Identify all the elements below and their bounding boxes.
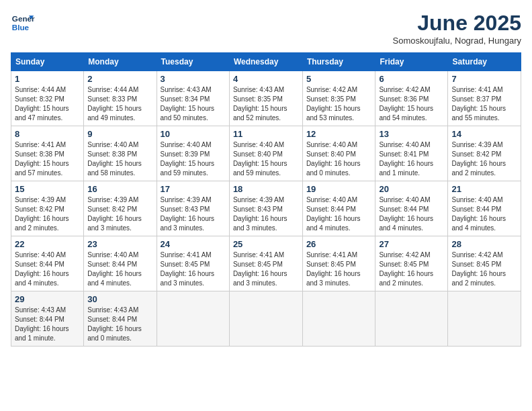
calendar-cell [375,291,448,347]
day-of-week-header: Wednesday [229,53,302,71]
calendar-cell: 22 Sunrise: 4:40 AMSunset: 8:44 PMDaylig… [11,236,84,291]
day-info: Sunrise: 4:42 AMSunset: 8:35 PMDaylight:… [306,86,361,122]
day-info: Sunrise: 4:40 AMSunset: 8:44 PMDaylight:… [451,196,506,232]
day-number: 5 [306,74,372,84]
day-info: Sunrise: 4:43 AMSunset: 8:35 PMDaylight:… [233,86,287,122]
calendar-cell: 3 Sunrise: 4:43 AMSunset: 8:34 PMDayligh… [157,71,229,126]
calendar-header-row: SundayMondayTuesdayWednesdayThursdayFrid… [11,53,521,71]
calendar-cell [229,291,302,347]
calendar-cell: 24 Sunrise: 4:41 AMSunset: 8:45 PMDaylig… [157,236,229,291]
calendar-cell: 26 Sunrise: 4:41 AMSunset: 8:45 PMDaylig… [302,236,375,291]
day-info: Sunrise: 4:43 AMSunset: 8:44 PMDaylight:… [87,306,142,342]
calendar-cell [157,291,229,347]
day-of-week-header: Friday [375,53,448,71]
location-subtitle: Somoskoujfalu, Nograd, Hungary [393,36,522,46]
day-number: 14 [451,129,517,139]
day-info: Sunrise: 4:40 AMSunset: 8:38 PMDaylight:… [87,141,142,177]
day-number: 4 [233,74,299,84]
day-info: Sunrise: 4:43 AMSunset: 8:34 PMDaylight:… [161,86,215,122]
day-number: 24 [161,239,226,249]
day-of-week-header: Tuesday [157,53,229,71]
day-number: 10 [161,129,226,139]
day-info: Sunrise: 4:40 AMSunset: 8:44 PMDaylight:… [87,251,142,287]
day-info: Sunrise: 4:40 AMSunset: 8:44 PMDaylight:… [379,196,433,232]
day-info: Sunrise: 4:44 AMSunset: 8:32 PMDaylight:… [15,86,69,122]
svg-text:Blue: Blue [12,23,30,32]
day-of-week-header: Saturday [448,53,521,71]
calendar-week-row: 29 Sunrise: 4:43 AMSunset: 8:44 PMDaylig… [11,291,521,347]
day-number: 22 [15,239,80,249]
day-number: 28 [451,239,517,249]
calendar-cell: 14 Sunrise: 4:39 AMSunset: 8:42 PMDaylig… [448,126,521,181]
calendar-cell: 8 Sunrise: 4:41 AMSunset: 8:38 PMDayligh… [11,126,84,181]
day-info: Sunrise: 4:40 AMSunset: 8:41 PMDaylight:… [379,141,433,177]
calendar-body: 1 Sunrise: 4:44 AMSunset: 8:32 PMDayligh… [11,71,521,347]
day-info: Sunrise: 4:39 AMSunset: 8:42 PMDaylight:… [451,141,506,177]
calendar-cell: 23 Sunrise: 4:40 AMSunset: 8:44 PMDaylig… [84,236,157,291]
day-number: 3 [161,74,226,84]
calendar-cell: 5 Sunrise: 4:42 AMSunset: 8:35 PMDayligh… [302,71,375,126]
day-info: Sunrise: 4:44 AMSunset: 8:33 PMDaylight:… [87,86,142,122]
day-number: 25 [233,239,299,249]
month-title: June 2025 [393,11,522,36]
day-info: Sunrise: 4:42 AMSunset: 8:45 PMDaylight:… [379,251,433,287]
day-number: 18 [233,184,299,194]
calendar-cell: 18 Sunrise: 4:39 AMSunset: 8:43 PMDaylig… [229,181,302,236]
day-number: 23 [87,239,152,249]
day-number: 15 [15,184,80,194]
calendar-cell: 15 Sunrise: 4:39 AMSunset: 8:42 PMDaylig… [11,181,84,236]
day-of-week-header: Monday [84,53,157,71]
title-block: June 2025 Somoskoujfalu, Nograd, Hungary [393,11,522,46]
day-info: Sunrise: 4:41 AMSunset: 8:37 PMDaylight:… [451,86,506,122]
day-number: 17 [161,184,226,194]
calendar-cell: 13 Sunrise: 4:40 AMSunset: 8:41 PMDaylig… [375,126,448,181]
day-info: Sunrise: 4:41 AMSunset: 8:45 PMDaylight:… [161,251,215,287]
day-info: Sunrise: 4:39 AMSunset: 8:43 PMDaylight:… [161,196,215,232]
calendar-cell: 11 Sunrise: 4:40 AMSunset: 8:40 PMDaylig… [229,126,302,181]
calendar-cell: 1 Sunrise: 4:44 AMSunset: 8:32 PMDayligh… [11,71,84,126]
calendar-cell: 28 Sunrise: 4:42 AMSunset: 8:45 PMDaylig… [448,236,521,291]
day-number: 9 [87,129,152,139]
day-number: 20 [379,184,444,194]
day-number: 27 [379,239,444,249]
day-number: 11 [233,129,299,139]
day-info: Sunrise: 4:41 AMSunset: 8:45 PMDaylight:… [233,251,287,287]
logo-icon: General Blue [11,11,35,35]
day-number: 1 [15,74,80,84]
day-info: Sunrise: 4:39 AMSunset: 8:43 PMDaylight:… [233,196,287,232]
day-of-week-header: Sunday [11,53,84,71]
day-number: 2 [87,74,152,84]
calendar-cell: 17 Sunrise: 4:39 AMSunset: 8:43 PMDaylig… [157,181,229,236]
calendar-cell: 7 Sunrise: 4:41 AMSunset: 8:37 PMDayligh… [448,71,521,126]
day-number: 12 [306,129,372,139]
day-number: 29 [15,294,80,304]
calendar-cell: 19 Sunrise: 4:40 AMSunset: 8:44 PMDaylig… [302,181,375,236]
calendar-cell: 21 Sunrise: 4:40 AMSunset: 8:44 PMDaylig… [448,181,521,236]
day-number: 16 [87,184,152,194]
calendar-week-row: 8 Sunrise: 4:41 AMSunset: 8:38 PMDayligh… [11,126,521,181]
calendar-week-row: 22 Sunrise: 4:40 AMSunset: 8:44 PMDaylig… [11,236,521,291]
calendar-cell: 4 Sunrise: 4:43 AMSunset: 8:35 PMDayligh… [229,71,302,126]
calendar-cell: 29 Sunrise: 4:43 AMSunset: 8:44 PMDaylig… [11,291,84,347]
day-number: 8 [15,129,80,139]
calendar-cell: 27 Sunrise: 4:42 AMSunset: 8:45 PMDaylig… [375,236,448,291]
day-number: 13 [379,129,444,139]
day-info: Sunrise: 4:42 AMSunset: 8:45 PMDaylight:… [451,251,506,287]
calendar-table: SundayMondayTuesdayWednesdayThursdayFrid… [11,52,521,347]
day-of-week-header: Thursday [302,53,375,71]
calendar-cell: 25 Sunrise: 4:41 AMSunset: 8:45 PMDaylig… [229,236,302,291]
day-info: Sunrise: 4:40 AMSunset: 8:40 PMDaylight:… [233,141,287,177]
calendar-cell: 9 Sunrise: 4:40 AMSunset: 8:38 PMDayligh… [84,126,157,181]
calendar-week-row: 15 Sunrise: 4:39 AMSunset: 8:42 PMDaylig… [11,181,521,236]
day-info: Sunrise: 4:43 AMSunset: 8:44 PMDaylight:… [15,306,69,342]
calendar-cell: 30 Sunrise: 4:43 AMSunset: 8:44 PMDaylig… [84,291,157,347]
day-number: 6 [379,74,444,84]
day-info: Sunrise: 4:40 AMSunset: 8:44 PMDaylight:… [306,196,361,232]
day-info: Sunrise: 4:40 AMSunset: 8:44 PMDaylight:… [15,251,69,287]
page-header: General Blue June 2025 Somoskoujfalu, No… [11,11,521,46]
calendar-cell: 12 Sunrise: 4:40 AMSunset: 8:40 PMDaylig… [302,126,375,181]
logo: General Blue [11,11,35,35]
calendar-cell: 20 Sunrise: 4:40 AMSunset: 8:44 PMDaylig… [375,181,448,236]
calendar-week-row: 1 Sunrise: 4:44 AMSunset: 8:32 PMDayligh… [11,71,521,126]
calendar-cell: 6 Sunrise: 4:42 AMSunset: 8:36 PMDayligh… [375,71,448,126]
